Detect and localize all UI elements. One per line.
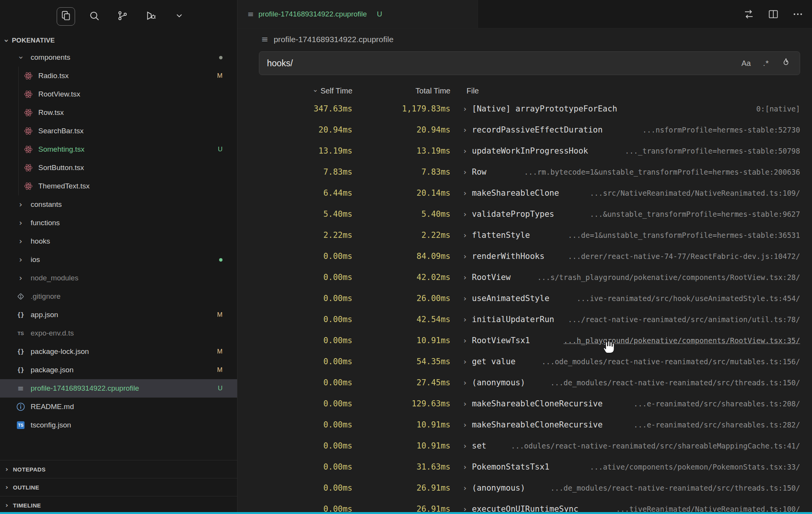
profile-row[interactable]: 0.00ms129.63ms›makeShareableCloneRecursi… <box>237 393 812 414</box>
file-location-link[interactable]: ...ive-reanimated/src/hook/useAnimatedSt… <box>577 294 812 303</box>
tree-item[interactable]: ›functions <box>0 214 237 232</box>
file-location-link[interactable]: 0:[native] <box>756 105 812 113</box>
chevron-right-icon[interactable]: › <box>463 315 467 324</box>
chevron-right-icon[interactable]: › <box>463 420 467 429</box>
chevron-right-icon[interactable]: › <box>463 399 467 408</box>
explorer-button[interactable] <box>57 7 75 26</box>
tree-item[interactable]: ›hooks <box>0 232 237 250</box>
tree-item[interactable]: TStsconfig.json <box>0 416 237 434</box>
chevron-right-icon[interactable]: › <box>463 336 467 345</box>
file-location-link[interactable]: .../react-native-reanimated/src/animatio… <box>568 315 812 324</box>
chevron-right-icon[interactable]: › <box>463 441 467 450</box>
split-editor-icon[interactable] <box>767 8 780 21</box>
file-location-link[interactable]: ...src/NativeReanimated/NativeReanimated… <box>590 189 812 197</box>
tree-item[interactable]: Row.tsx <box>0 103 237 122</box>
chevron-right-icon[interactable]: › <box>463 210 467 219</box>
panel-header[interactable]: ›NOTEPADS <box>0 460 237 478</box>
tree-item[interactable]: README.md <box>0 398 237 416</box>
profile-row[interactable]: 347.63ms1,179.83ms›[Native] arrayPrototy… <box>237 98 812 119</box>
column-file[interactable]: File <box>467 87 479 95</box>
chevron-right-icon[interactable]: › <box>463 273 467 282</box>
chevron-right-icon[interactable]: › <box>463 294 467 303</box>
file-location-link[interactable]: ...e-reanimated/src/shareables.ts:208/ <box>634 399 812 408</box>
tree-item[interactable]: ›node_modules <box>0 269 237 287</box>
profile-row[interactable]: 0.00ms10.91ms›RootViewTsx1...h_playgroun… <box>237 330 812 351</box>
match-case-toggle[interactable]: Aa <box>738 56 754 71</box>
tree-item[interactable]: ›components <box>0 48 237 67</box>
chevron-right-icon[interactable]: › <box>463 357 467 366</box>
workspace-header[interactable]: › POKENATIVE <box>0 33 237 48</box>
file-location-link[interactable]: ...&unstable_transformProfile=hermes-sta… <box>590 210 812 218</box>
tree-item[interactable]: RootView.tsx <box>0 85 237 103</box>
file-location-link[interactable]: ...e-reanimated/src/shareables.ts:282/ <box>634 421 812 429</box>
tree-item[interactable]: .gitignore <box>0 287 237 306</box>
filter-input[interactable]: hooks/ Aa .* <box>259 51 800 75</box>
profile-row[interactable]: 7.83ms7.83ms›Row...rm.bytecode=1&unstabl… <box>237 161 812 182</box>
profile-row[interactable]: 5.40ms5.40ms›validatePropTypes...&unstab… <box>237 203 812 224</box>
file-location-link[interactable]: ...de_modules/react-native-reanimated/sr… <box>550 484 812 492</box>
file-location-link[interactable]: ...ode_modules/react-native-reanimated/s… <box>542 357 812 366</box>
tree-item[interactable]: ThemedText.tsx <box>0 177 237 195</box>
profile-row[interactable]: 0.00ms26.00ms›useAnimatedStyle...ive-rea… <box>237 288 812 309</box>
profile-row[interactable]: 13.19ms13.19ms›updateWorkInProgressHook.… <box>237 140 812 161</box>
profile-row[interactable]: 0.00ms10.91ms›makeShareableCloneRecursiv… <box>237 414 812 435</box>
tree-item[interactable]: ≡profile-1741689314922.cpuprofileU <box>0 379 237 398</box>
profile-row[interactable]: 0.00ms26.91ms›executeOnUIRuntimeSync...t… <box>237 498 812 514</box>
panel-header[interactable]: ›OUTLINE <box>0 478 237 496</box>
tree-item[interactable]: SortButton.tsx <box>0 159 237 177</box>
panel-header[interactable]: ›TIMELINE <box>0 496 237 514</box>
tree-item[interactable]: {}app.jsonM <box>0 306 237 324</box>
tree-item[interactable]: TSexpo-env.d.ts <box>0 324 237 342</box>
chevron-right-icon[interactable]: › <box>463 125 467 134</box>
chevron-right-icon[interactable]: › <box>463 104 467 113</box>
chevron-right-icon[interactable]: › <box>463 462 467 471</box>
tree-item[interactable]: SearchBar.tsx <box>0 122 237 140</box>
column-total-time[interactable]: Total Time <box>352 87 450 95</box>
file-location-link[interactable]: ...odules/react-native-reanimated/src/sh… <box>511 442 812 450</box>
chevron-right-icon[interactable]: › <box>463 483 467 493</box>
file-location-link[interactable]: ...ative/components/pokemon/PokemonStats… <box>590 463 812 471</box>
source-control-button[interactable] <box>113 7 132 26</box>
more-actions-icon[interactable] <box>791 8 804 21</box>
chevron-right-icon[interactable]: › <box>463 167 467 177</box>
profile-row[interactable]: 0.00ms31.63ms›PokemonStatsTsx1...ative/c… <box>237 456 812 477</box>
profile-row[interactable]: 0.00ms42.02ms›RootView...s/trash_playgro… <box>237 267 812 288</box>
file-location-link[interactable]: ...s/trash_playground/pokenative/compone… <box>537 273 812 282</box>
chevron-right-icon[interactable]: › <box>463 188 467 198</box>
chevron-right-icon[interactable]: › <box>463 252 467 261</box>
profile-row[interactable]: 0.00ms84.09ms›renderWithHooks...derer/re… <box>237 246 812 267</box>
flame-graph-toggle[interactable] <box>778 56 794 71</box>
profile-row[interactable]: 0.00ms54.35ms›get value...ode_modules/re… <box>237 351 812 372</box>
chevron-right-icon[interactable]: › <box>463 231 467 240</box>
run-debug-button[interactable] <box>142 7 160 26</box>
column-self-time[interactable]: › Self Time <box>237 87 352 95</box>
file-location-link[interactable]: ...rm.bytecode=1&unstable_transformProfi… <box>524 168 812 176</box>
file-location-link[interactable]: ...de=1&unstable_transformProfile=hermes… <box>568 231 812 239</box>
filter-value[interactable]: hooks/ <box>267 58 293 69</box>
file-location-link[interactable]: ...h_playground/pokenative/components/Ro… <box>563 336 812 345</box>
profile-row[interactable]: 0.00ms42.54ms›initialUpdaterRun.../react… <box>237 309 812 330</box>
file-location-link[interactable]: ..._transformProfile=hermes-stable:50798 <box>625 147 812 155</box>
profile-row[interactable]: 20.94ms20.94ms›recordPassiveEffectDurati… <box>237 119 812 140</box>
search-button[interactable] <box>85 7 103 26</box>
file-location-link[interactable]: ...derer/react-native-74-77/ReactFabric-… <box>568 252 812 260</box>
profile-row[interactable]: 2.22ms2.22ms›flattenStyle...de=1&unstabl… <box>237 224 812 246</box>
profile-row[interactable]: 0.00ms27.45ms›(anonymous)...de_modules/r… <box>237 372 812 393</box>
tree-item[interactable]: Somehting.tsxU <box>0 140 237 159</box>
more-views-button[interactable] <box>170 7 188 26</box>
profile-row[interactable]: 6.44ms20.14ms›makeShareableClone...src/N… <box>237 182 812 203</box>
tree-item[interactable]: {}package-lock.jsonM <box>0 342 237 361</box>
tree-item[interactable]: {}package.jsonM <box>0 361 237 379</box>
chevron-right-icon[interactable]: › <box>463 378 467 387</box>
chevron-right-icon[interactable]: › <box>463 146 467 156</box>
profile-row[interactable]: 0.00ms26.91ms›(anonymous)...de_modules/r… <box>237 477 812 498</box>
file-location-link[interactable]: ...nsformProfile=hermes-stable:52730 <box>642 126 812 134</box>
tree-item[interactable]: ›ios <box>0 250 237 269</box>
profile-row[interactable]: 0.00ms10.91ms›set...odules/react-native-… <box>237 435 812 456</box>
tree-item[interactable]: ›constants <box>0 195 237 214</box>
file-location-link[interactable]: ...de_modules/react-native-reanimated/sr… <box>550 378 812 387</box>
regex-toggle[interactable]: .* <box>758 56 774 71</box>
open-changes-icon[interactable] <box>742 8 755 21</box>
tree-item[interactable]: Radio.tsxM <box>0 67 237 85</box>
tab-cpuprofile[interactable]: ≡ profile-1741689314922.cpuprofile U <box>237 0 478 28</box>
